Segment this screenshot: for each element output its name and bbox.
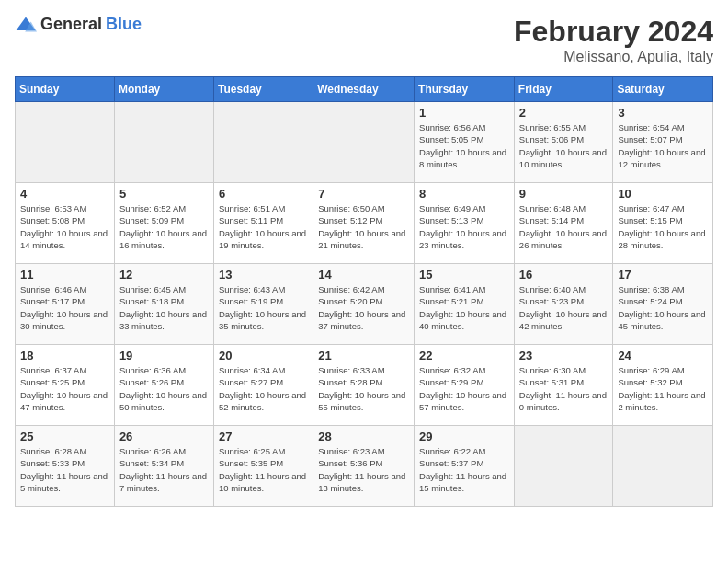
day-number: 2 xyxy=(519,106,609,120)
calendar-cell xyxy=(313,102,415,183)
day-number: 18 xyxy=(20,349,109,362)
calendar-cell: 7Sunrise: 6:50 AM Sunset: 5:12 PM Daylig… xyxy=(313,183,415,264)
day-number: 13 xyxy=(219,268,308,282)
calendar-cell: 28Sunrise: 6:23 AM Sunset: 5:36 PM Dayli… xyxy=(313,426,415,507)
calendar-cell: 25Sunrise: 6:28 AM Sunset: 5:33 PM Dayli… xyxy=(16,426,115,507)
day-number: 10 xyxy=(618,187,708,201)
calendar-week-row: 25Sunrise: 6:28 AM Sunset: 5:33 PM Dayli… xyxy=(16,426,713,507)
calendar-header: SundayMondayTuesdayWednesdayThursdayFrid… xyxy=(16,77,713,102)
logo-icon xyxy=(15,16,37,34)
day-info: Sunrise: 6:25 AM Sunset: 5:35 PM Dayligh… xyxy=(219,445,308,494)
day-number: 19 xyxy=(119,349,209,362)
day-of-week-header: Saturday xyxy=(613,77,713,102)
day-number: 27 xyxy=(219,430,308,443)
day-number: 6 xyxy=(219,187,308,201)
calendar-cell: 4Sunrise: 6:53 AM Sunset: 5:08 PM Daylig… xyxy=(16,183,115,264)
calendar-cell xyxy=(114,102,213,183)
day-info: Sunrise: 6:54 AM Sunset: 5:07 PM Dayligh… xyxy=(618,121,708,170)
day-info: Sunrise: 6:46 AM Sunset: 5:17 PM Dayligh… xyxy=(20,283,109,332)
title-block: February 2024 Melissano, Apulia, Italy xyxy=(514,15,713,65)
calendar-cell: 1Sunrise: 6:56 AM Sunset: 5:05 PM Daylig… xyxy=(415,102,515,183)
calendar-cell: 8Sunrise: 6:49 AM Sunset: 5:13 PM Daylig… xyxy=(415,183,515,264)
calendar-table: SundayMondayTuesdayWednesdayThursdayFrid… xyxy=(15,76,713,507)
day-info: Sunrise: 6:53 AM Sunset: 5:08 PM Dayligh… xyxy=(20,202,109,251)
day-info: Sunrise: 6:30 AM Sunset: 5:31 PM Dayligh… xyxy=(519,364,609,413)
calendar-cell: 11Sunrise: 6:46 AM Sunset: 5:17 PM Dayli… xyxy=(16,264,115,345)
day-info: Sunrise: 6:38 AM Sunset: 5:24 PM Dayligh… xyxy=(618,283,708,332)
day-number: 5 xyxy=(119,187,209,201)
day-info: Sunrise: 6:22 AM Sunset: 5:37 PM Dayligh… xyxy=(419,445,509,494)
day-of-week-header: Monday xyxy=(114,77,213,102)
day-number: 14 xyxy=(318,268,409,282)
calendar-cell: 13Sunrise: 6:43 AM Sunset: 5:19 PM Dayli… xyxy=(213,264,313,345)
calendar-cell: 22Sunrise: 6:32 AM Sunset: 5:29 PM Dayli… xyxy=(415,345,515,426)
calendar-cell: 2Sunrise: 6:55 AM Sunset: 5:06 PM Daylig… xyxy=(514,102,613,183)
day-number: 15 xyxy=(419,268,509,282)
day-info: Sunrise: 6:43 AM Sunset: 5:19 PM Dayligh… xyxy=(219,283,308,332)
day-info: Sunrise: 6:37 AM Sunset: 5:25 PM Dayligh… xyxy=(20,364,109,413)
day-of-week-header: Thursday xyxy=(415,77,515,102)
day-header-row: SundayMondayTuesdayWednesdayThursdayFrid… xyxy=(16,77,713,102)
day-info: Sunrise: 6:48 AM Sunset: 5:14 PM Dayligh… xyxy=(519,202,609,251)
calendar-cell: 17Sunrise: 6:38 AM Sunset: 5:24 PM Dayli… xyxy=(613,264,713,345)
day-info: Sunrise: 6:50 AM Sunset: 5:12 PM Dayligh… xyxy=(318,202,409,251)
calendar-cell xyxy=(16,102,115,183)
day-number: 24 xyxy=(618,349,708,362)
day-info: Sunrise: 6:47 AM Sunset: 5:15 PM Dayligh… xyxy=(618,202,708,251)
calendar-cell: 14Sunrise: 6:42 AM Sunset: 5:20 PM Dayli… xyxy=(313,264,415,345)
day-info: Sunrise: 6:28 AM Sunset: 5:33 PM Dayligh… xyxy=(20,445,109,494)
day-number: 1 xyxy=(419,106,509,120)
day-number: 17 xyxy=(618,268,708,282)
calendar-cell: 10Sunrise: 6:47 AM Sunset: 5:15 PM Dayli… xyxy=(613,183,713,264)
calendar-cell: 5Sunrise: 6:52 AM Sunset: 5:09 PM Daylig… xyxy=(114,183,213,264)
calendar-week-row: 11Sunrise: 6:46 AM Sunset: 5:17 PM Dayli… xyxy=(16,264,713,345)
day-number: 20 xyxy=(219,349,308,362)
calendar-cell: 23Sunrise: 6:30 AM Sunset: 5:31 PM Dayli… xyxy=(514,345,613,426)
day-number: 21 xyxy=(318,349,409,362)
day-number: 9 xyxy=(519,187,609,201)
day-number: 3 xyxy=(618,106,708,120)
calendar-cell: 6Sunrise: 6:51 AM Sunset: 5:11 PM Daylig… xyxy=(213,183,313,264)
month-year: February 2024 xyxy=(514,15,713,49)
calendar-week-row: 18Sunrise: 6:37 AM Sunset: 5:25 PM Dayli… xyxy=(16,345,713,426)
day-info: Sunrise: 6:33 AM Sunset: 5:28 PM Dayligh… xyxy=(318,364,409,413)
day-number: 25 xyxy=(20,430,109,443)
calendar-cell xyxy=(213,102,313,183)
day-number: 4 xyxy=(20,187,109,201)
calendar-body: 1Sunrise: 6:56 AM Sunset: 5:05 PM Daylig… xyxy=(16,102,713,507)
day-number: 23 xyxy=(519,349,609,362)
calendar-cell: 26Sunrise: 6:26 AM Sunset: 5:34 PM Dayli… xyxy=(114,426,213,507)
calendar-cell: 9Sunrise: 6:48 AM Sunset: 5:14 PM Daylig… xyxy=(514,183,613,264)
logo: General Blue xyxy=(15,15,142,34)
day-info: Sunrise: 6:40 AM Sunset: 5:23 PM Dayligh… xyxy=(519,283,609,332)
day-number: 8 xyxy=(419,187,509,201)
calendar-cell: 20Sunrise: 6:34 AM Sunset: 5:27 PM Dayli… xyxy=(213,345,313,426)
day-info: Sunrise: 6:52 AM Sunset: 5:09 PM Dayligh… xyxy=(119,202,209,251)
logo-general-text: General xyxy=(40,15,102,34)
day-of-week-header: Tuesday xyxy=(213,77,313,102)
day-number: 26 xyxy=(119,430,209,443)
day-of-week-header: Wednesday xyxy=(313,77,415,102)
calendar-cell: 21Sunrise: 6:33 AM Sunset: 5:28 PM Dayli… xyxy=(313,345,415,426)
day-info: Sunrise: 6:23 AM Sunset: 5:36 PM Dayligh… xyxy=(318,445,409,494)
day-of-week-header: Friday xyxy=(514,77,613,102)
calendar-cell: 12Sunrise: 6:45 AM Sunset: 5:18 PM Dayli… xyxy=(114,264,213,345)
day-of-week-header: Sunday xyxy=(16,77,115,102)
day-number: 28 xyxy=(318,430,409,443)
calendar-cell: 16Sunrise: 6:40 AM Sunset: 5:23 PM Dayli… xyxy=(514,264,613,345)
day-info: Sunrise: 6:29 AM Sunset: 5:32 PM Dayligh… xyxy=(618,364,708,413)
day-info: Sunrise: 6:32 AM Sunset: 5:29 PM Dayligh… xyxy=(419,364,509,413)
day-info: Sunrise: 6:34 AM Sunset: 5:27 PM Dayligh… xyxy=(219,364,308,413)
location: Melissano, Apulia, Italy xyxy=(514,49,713,65)
calendar-cell: 29Sunrise: 6:22 AM Sunset: 5:37 PM Dayli… xyxy=(415,426,515,507)
calendar-week-row: 1Sunrise: 6:56 AM Sunset: 5:05 PM Daylig… xyxy=(16,102,713,183)
day-number: 7 xyxy=(318,187,409,201)
calendar-cell xyxy=(514,426,613,507)
page-header: General Blue February 2024 Melissano, Ap… xyxy=(15,15,713,65)
calendar-cell: 27Sunrise: 6:25 AM Sunset: 5:35 PM Dayli… xyxy=(213,426,313,507)
calendar-cell: 24Sunrise: 6:29 AM Sunset: 5:32 PM Dayli… xyxy=(613,345,713,426)
day-number: 16 xyxy=(519,268,609,282)
day-info: Sunrise: 6:42 AM Sunset: 5:20 PM Dayligh… xyxy=(318,283,409,332)
day-number: 11 xyxy=(20,268,109,282)
day-info: Sunrise: 6:56 AM Sunset: 5:05 PM Dayligh… xyxy=(419,121,509,170)
